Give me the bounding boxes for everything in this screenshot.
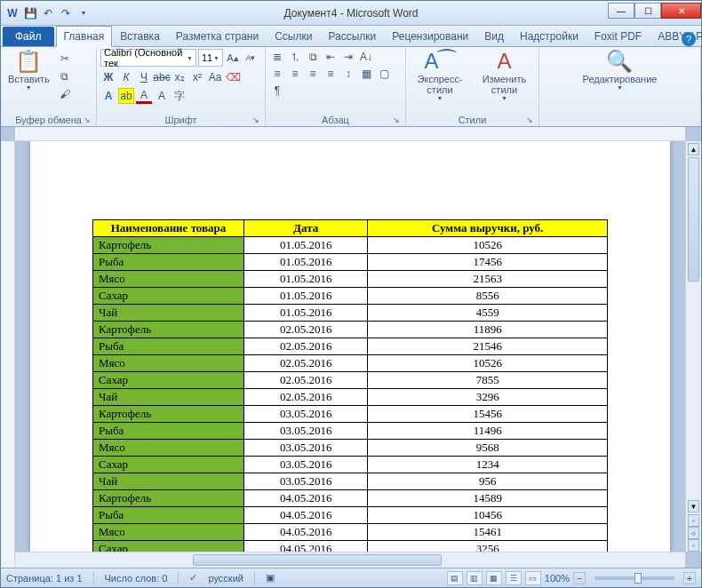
table-cell[interactable]: 01.05.2016 [244,305,368,322]
table-cell[interactable]: 21563 [368,271,608,288]
tab-0[interactable]: Главная [56,26,113,47]
spell-check-icon[interactable]: ✓ [189,572,197,584]
document-viewport[interactable]: Наименование товараДатаСумма выручки, ру… [15,141,685,552]
table-cell[interactable]: 15461 [368,524,608,541]
align-right-icon[interactable]: ≡ [305,66,321,82]
table-cell[interactable]: Мясо [93,440,244,457]
underline-icon[interactable]: Ч [136,69,152,85]
table-header[interactable]: Наименование товара [93,220,244,237]
macro-record-icon[interactable]: ▣ [266,572,275,584]
table-header[interactable]: Дата [244,220,368,237]
table-row[interactable]: Рыба04.05.201610456 [93,507,608,524]
table-cell[interactable]: 8556 [368,288,608,305]
table-cell[interactable]: 3256 [368,541,608,552]
character-shading-icon[interactable]: A [154,88,170,104]
subscript-icon[interactable]: x₂ [172,69,187,85]
table-cell[interactable]: Сахар [93,288,244,305]
tab-5[interactable]: Рецензировани [384,26,476,46]
table-cell[interactable]: 1234 [368,457,608,473]
table-cell[interactable]: 03.05.2016 [244,473,368,490]
table-cell[interactable]: 03.05.2016 [244,440,368,457]
table-row[interactable]: Чай01.05.20164559 [93,305,608,322]
table-header[interactable]: Сумма выручки, руб. [368,220,608,237]
text-effects-icon[interactable]: A [100,88,116,104]
table-cell[interactable]: 04.05.2016 [244,507,368,524]
table-cell[interactable]: Рыба [93,254,244,271]
table-cell[interactable]: 04.05.2016 [244,541,368,552]
fullscreen-reading-view-icon[interactable]: ▥ [467,571,483,585]
table-cell[interactable]: 04.05.2016 [244,490,368,507]
font-name-combo[interactable]: Calibri (Основной тек▼ [100,49,196,67]
table-cell[interactable]: 04.05.2016 [244,524,368,541]
zoom-value[interactable]: 100% [545,573,570,584]
table-row[interactable]: Мясо02.05.201610526 [93,355,608,372]
table-row[interactable]: Сахар03.05.20161234 [93,457,608,473]
font-color-icon[interactable]: A [136,88,152,104]
table-cell[interactable]: Картофель [93,406,244,423]
strike-icon[interactable]: abc [154,69,170,85]
file-tab[interactable]: Файл [3,27,54,46]
browse-object-icon[interactable]: ○ [688,527,699,539]
table-cell[interactable]: 10456 [368,507,608,524]
shading-icon[interactable]: ▦ [358,66,374,82]
bullets-icon[interactable]: ≣ [269,49,285,65]
increase-indent-icon[interactable]: ⇥ [340,49,356,65]
table-cell[interactable]: Мясо [93,355,244,372]
table-cell[interactable]: Чай [93,389,244,406]
table-cell[interactable]: 10526 [368,355,608,372]
table-cell[interactable]: 02.05.2016 [244,322,368,338]
table-row[interactable]: Чай02.05.20163296 [93,389,608,406]
italic-icon[interactable]: К [118,69,134,85]
redo-icon[interactable]: ↷ [58,5,74,21]
bold-icon[interactable]: Ж [100,69,116,85]
highlight-icon[interactable]: ab [118,88,134,104]
grow-font-icon[interactable]: A▴ [225,50,241,66]
table-row[interactable]: Сахар04.05.20163256 [93,541,608,552]
data-table[interactable]: Наименование товараДатаСумма выручки, ру… [92,219,608,552]
dialog-launcher-icon[interactable]: ↘ [84,115,91,124]
page[interactable]: Наименование товараДатаСумма выручки, ру… [30,141,670,552]
table-cell[interactable]: 02.05.2016 [244,338,368,355]
tab-3[interactable]: Ссылки [267,26,320,46]
numbering-icon[interactable]: ⒈ [287,49,303,65]
language-status[interactable]: русский [208,573,243,584]
table-cell[interactable]: Чай [93,473,244,490]
table-row[interactable]: Мясо03.05.20169568 [93,440,608,457]
print-layout-view-icon[interactable]: ▤ [447,571,463,585]
table-cell[interactable]: Сахар [93,372,244,389]
table-row[interactable]: Картофель03.05.201615456 [93,406,608,423]
show-marks-icon[interactable]: ¶ [269,83,285,99]
table-cell[interactable]: 4559 [368,305,608,322]
scrollbar-horizontal[interactable] [15,552,685,568]
table-cell[interactable]: Рыба [93,423,244,440]
justify-icon[interactable]: ≡ [323,66,339,82]
minimize-button[interactable]: — [608,3,634,19]
table-cell[interactable]: Мясо [93,271,244,288]
table-cell[interactable]: Рыба [93,507,244,524]
table-cell[interactable]: 956 [368,473,608,490]
zoom-out-button[interactable]: − [573,572,586,584]
table-cell[interactable]: 10526 [368,237,608,254]
zoom-slider[interactable] [594,576,674,580]
change-case-icon[interactable]: Aa [207,69,223,85]
table-cell[interactable]: Сахар [93,457,244,473]
zoom-in-button[interactable]: + [683,572,696,584]
word-count[interactable]: Число слов: 0 [105,573,168,584]
table-row[interactable]: Мясо04.05.201615461 [93,524,608,541]
table-row[interactable]: Картофель01.05.201610526 [93,237,608,254]
tab-1[interactable]: Вставка [112,26,168,46]
table-cell[interactable]: 3296 [368,389,608,406]
align-left-icon[interactable]: ≡ [269,66,285,82]
clear-format-icon[interactable]: ⌫ [225,69,241,85]
prev-page-icon[interactable]: ◦ [688,514,699,527]
tab-4[interactable]: Рассылки [320,26,384,46]
table-cell[interactable]: Картофель [93,490,244,507]
scroll-up-icon[interactable]: ▲ [688,143,699,155]
table-row[interactable]: Сахар02.05.20167855 [93,372,608,389]
table-cell[interactable]: 01.05.2016 [244,288,368,305]
scroll-thumb-vertical[interactable] [688,157,699,282]
ruler-vertical[interactable] [1,141,15,568]
table-cell[interactable]: 03.05.2016 [244,406,368,423]
table-cell[interactable]: 01.05.2016 [244,271,368,288]
editing-button[interactable]: 🔍 Редактирование ▼ [579,49,661,92]
